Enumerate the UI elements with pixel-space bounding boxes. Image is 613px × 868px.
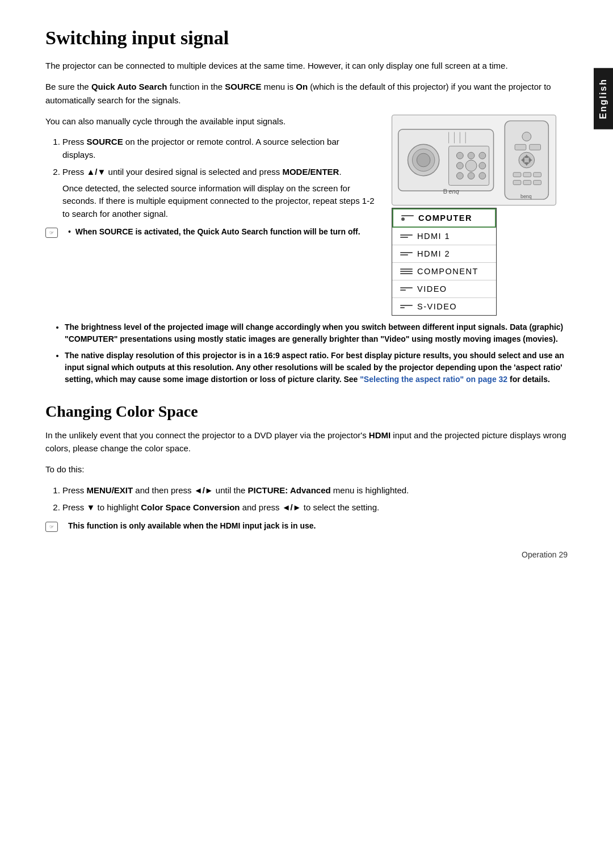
svg-rect-28: [513, 172, 521, 177]
svg-rect-33: [534, 180, 541, 184]
section2-step1: Press MENU/EXIT and then press ◄/► until…: [62, 484, 568, 497]
svideo-icon: [400, 305, 413, 308]
projector-image: enq B benq: [392, 115, 556, 206]
svg-rect-20: [515, 144, 526, 150]
hdmi2-label: HDMI 2: [417, 249, 450, 258]
hdmi1-label: HDMI 1: [417, 232, 450, 241]
component-label: COMPONENT: [417, 267, 478, 276]
source-menu-video: VIDEO: [392, 280, 496, 298]
section2-intro2: To do this:: [45, 463, 568, 476]
svg-point-13: [465, 160, 477, 171]
section2-step2: Press ▼ to highlight Color Space Convers…: [62, 501, 568, 514]
intro-para-3: You can also manually cycle through the …: [45, 115, 375, 128]
source-menu-component: COMPONENT: [392, 263, 496, 280]
svg-rect-30: [534, 172, 541, 177]
svg-text:B: B: [443, 188, 447, 195]
svg-rect-21: [530, 144, 541, 150]
svg-point-10: [468, 152, 475, 159]
svg-point-14: [479, 162, 486, 169]
step2-bold: MODE/ENTER: [282, 167, 339, 177]
right-column: enq B benq COMPUTER: [392, 115, 568, 316]
intro-para-2: Be sure the Quick Auto Search function i…: [45, 80, 568, 107]
source-menu-hdmi2: HDMI 2: [392, 245, 496, 263]
note-1: ☞ • When SOURCE is activated, the Quick …: [45, 226, 375, 238]
component-icon: [400, 269, 413, 274]
svg-text:benq: benq: [520, 194, 532, 199]
bullet-2: The native display resolution of this pr…: [65, 350, 568, 385]
svg-rect-29: [523, 172, 531, 177]
step2-continuation: Once detected, the selected source infor…: [62, 182, 375, 221]
section2-title: Changing Color Space: [45, 402, 568, 421]
intro-para-1: The projector can be connected to multip…: [45, 59, 568, 72]
aspect-ratio-link[interactable]: "Selecting the aspect ratio" on page 32: [360, 375, 507, 384]
note-1-text: • When SOURCE is activated, the Quick Au…: [68, 226, 375, 238]
source-menu: COMPUTER HDMI 1 HDMI 2: [392, 208, 497, 316]
video-label: VIDEO: [417, 284, 447, 293]
steps-list: Press SOURCE on the projector or remote …: [45, 136, 375, 220]
computer-icon: [401, 215, 414, 221]
page-title: Switching input signal: [45, 27, 568, 49]
source-menu-svideo: S-VIDEO: [392, 298, 496, 315]
note-icon-1: ☞: [45, 228, 58, 238]
svg-point-9: [456, 152, 463, 159]
bullet-list: The brightness level of the projected im…: [45, 321, 568, 385]
computer-label: COMPUTER: [418, 213, 472, 223]
svg-point-12: [456, 162, 463, 169]
section2-divider: Changing Color Space In the unlikely eve…: [45, 402, 568, 532]
source-menu-computer: COMPUTER: [392, 208, 496, 228]
step-1: Press SOURCE on the projector or remote …: [62, 136, 375, 161]
note-icon-2: ☞: [45, 522, 58, 532]
step1-bold: SOURCE: [87, 137, 123, 146]
video-icon: [400, 287, 413, 291]
page-footer: Operation 29: [522, 550, 568, 559]
svg-rect-32: [523, 180, 531, 184]
section2-note-text: This function is only available when the…: [68, 520, 568, 532]
svg-point-17: [479, 172, 486, 179]
english-tab: English: [594, 68, 613, 129]
step2-arrow: ▲/▼: [87, 167, 106, 177]
hdmi2-icon: [400, 252, 413, 255]
svg-point-15: [456, 172, 463, 179]
svg-point-11: [479, 152, 486, 159]
section2-steps: Press MENU/EXIT and then press ◄/► until…: [45, 484, 568, 514]
svg-point-16: [468, 172, 475, 179]
svg-text:enq: enq: [449, 188, 459, 195]
left-column: You can also manually cycle through the …: [45, 115, 375, 316]
section2-note: ☞ This function is only available when t…: [45, 520, 568, 532]
svg-point-3: [417, 153, 430, 167]
bullet-1: The brightness level of the projected im…: [65, 321, 568, 345]
hdmi1-icon: [400, 234, 413, 238]
step-2: Press ▲/▼ until your desired signal is s…: [62, 166, 375, 220]
svg-rect-31: [513, 180, 521, 184]
svideo-label: S-VIDEO: [417, 302, 457, 311]
section2-intro1: In the unlikely event that you connect t…: [45, 429, 568, 455]
svg-point-19: [522, 132, 531, 141]
source-menu-hdmi1: HDMI 1: [392, 228, 496, 245]
